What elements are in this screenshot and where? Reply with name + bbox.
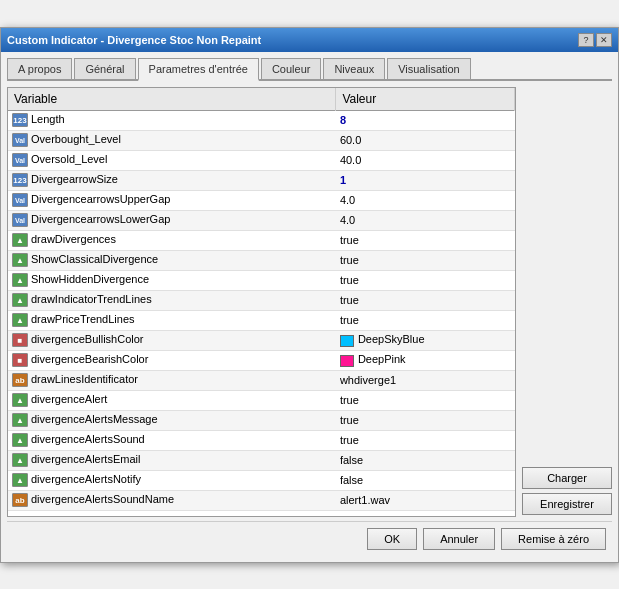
annuler-button[interactable]: Annuler — [423, 528, 495, 550]
table-row[interactable]: ■divergenceBearishColorDeepPink — [8, 350, 515, 370]
param-value-cell: true — [336, 310, 515, 330]
tab-niveaux[interactable]: Niveaux — [323, 58, 385, 79]
row-type-icon: ▲ — [12, 313, 28, 327]
param-value-cell: true — [336, 230, 515, 250]
remise-zero-button[interactable]: Remise à zéro — [501, 528, 606, 550]
row-type-icon: Val — [12, 133, 28, 147]
param-value-cell: true — [336, 270, 515, 290]
param-value-cell: 8 — [336, 110, 515, 130]
param-name-cell: ▲divergenceAlertsSound — [8, 430, 336, 450]
param-value-cell: true — [336, 250, 515, 270]
param-value-cell: 1 — [336, 170, 515, 190]
row-type-icon: ■ — [12, 333, 28, 347]
row-type-icon: Val — [12, 213, 28, 227]
row-type-icon: ▲ — [12, 393, 28, 407]
table-row[interactable]: 123DivergearrowSize1 — [8, 170, 515, 190]
param-name-cell: ▲divergenceAlertsNotify — [8, 470, 336, 490]
tab-couleur[interactable]: Couleur — [261, 58, 322, 79]
param-name-cell: 123DivergearrowSize — [8, 170, 336, 190]
param-name-cell: ▲drawDivergences — [8, 230, 336, 250]
row-type-icon: ab — [12, 373, 28, 387]
table-row[interactable]: ▲ShowHiddenDivergencetrue — [8, 270, 515, 290]
row-type-icon: Val — [12, 193, 28, 207]
param-value-cell: 4.0 — [336, 210, 515, 230]
enregistrer-button[interactable]: Enregistrer — [522, 493, 612, 515]
close-button[interactable]: ✕ — [596, 33, 612, 47]
bottom-bar: OK Annuler Remise à zéro — [7, 521, 612, 556]
param-value-text: 8 — [340, 114, 346, 126]
table-row[interactable]: abdivergenceAlertsSoundNamealert1.wav — [8, 490, 515, 510]
param-name-cell: ValDivergencearrowsUpperGap — [8, 190, 336, 210]
main-panel: Variable Valeur 123Length8ValOverbought_… — [7, 87, 612, 517]
table-row[interactable]: ■divergenceBullishColorDeepSkyBlue — [8, 330, 515, 350]
param-name-cell: ▲ShowClassicalDivergence — [8, 250, 336, 270]
table-row[interactable]: ValDivergencearrowsLowerGap4.0 — [8, 210, 515, 230]
param-value-cell: DeepPink — [336, 350, 515, 370]
table-row[interactable]: ValDivergencearrowsUpperGap4.0 — [8, 190, 515, 210]
content-area: A propos Général Parametres d'entrée Cou… — [1, 52, 618, 562]
table-row[interactable]: ▲ShowClassicalDivergencetrue — [8, 250, 515, 270]
table-row[interactable]: abdrawLinesIdentificatorwhdiverge1 — [8, 370, 515, 390]
title-bar-buttons: ? ✕ — [578, 33, 612, 47]
param-value-cell: true — [336, 430, 515, 450]
table-row[interactable]: ▲drawDivergencestrue — [8, 230, 515, 250]
row-type-icon: 123 — [12, 113, 28, 127]
param-name-cell: ■divergenceBullishColor — [8, 330, 336, 350]
param-value-cell: true — [336, 410, 515, 430]
param-value-cell: 60.0 — [336, 130, 515, 150]
tab-apropos[interactable]: A propos — [7, 58, 72, 79]
param-name-cell: ▲ShowHiddenDivergence — [8, 270, 336, 290]
table-row[interactable]: ValOverbought_Level60.0 — [8, 130, 515, 150]
parameters-table: Variable Valeur 123Length8ValOverbought_… — [8, 88, 515, 511]
param-value-cell: false — [336, 450, 515, 470]
table-row[interactable]: ▲divergenceAlerttrue — [8, 390, 515, 410]
param-value-cell: false — [336, 470, 515, 490]
table-row[interactable]: ValOversold_Level40.0 — [8, 150, 515, 170]
row-type-icon: Val — [12, 153, 28, 167]
help-button[interactable]: ? — [578, 33, 594, 47]
row-type-icon: ▲ — [12, 413, 28, 427]
param-value-cell: DeepSkyBlue — [336, 330, 515, 350]
tab-parametres[interactable]: Parametres d'entrée — [138, 58, 259, 81]
table-row[interactable]: 123Length8 — [8, 110, 515, 130]
main-window: Custom Indicator - Divergence Stoc Non R… — [0, 27, 619, 563]
param-name-cell: ■divergenceBearishColor — [8, 350, 336, 370]
param-value-cell: whdiverge1 — [336, 370, 515, 390]
window-title: Custom Indicator - Divergence Stoc Non R… — [7, 34, 261, 46]
table-row[interactable]: ▲drawPriceTrendLinestrue — [8, 310, 515, 330]
param-name-cell: ValOverbought_Level — [8, 130, 336, 150]
row-type-icon: ▲ — [12, 473, 28, 487]
param-name-cell: ▲drawPriceTrendLines — [8, 310, 336, 330]
color-swatch — [340, 335, 354, 347]
param-name-cell: ValOversold_Level — [8, 150, 336, 170]
table-header-row: Variable Valeur — [8, 88, 515, 111]
tab-visualisation[interactable]: Visualisation — [387, 58, 471, 79]
row-type-icon: ▲ — [12, 293, 28, 307]
ok-button[interactable]: OK — [367, 528, 417, 550]
table-row[interactable]: ▲divergenceAlertsSoundtrue — [8, 430, 515, 450]
param-name-cell: ▲divergenceAlertsMessage — [8, 410, 336, 430]
param-name-cell: ▲drawIndicatorTrendLines — [8, 290, 336, 310]
row-type-icon: ab — [12, 493, 28, 507]
table-row[interactable]: ▲drawIndicatorTrendLinestrue — [8, 290, 515, 310]
row-type-icon: ▲ — [12, 253, 28, 267]
tab-bar: A propos Général Parametres d'entrée Cou… — [7, 58, 612, 81]
row-type-icon: ▲ — [12, 233, 28, 247]
col-valeur: Valeur — [336, 88, 515, 111]
param-value-cell: true — [336, 290, 515, 310]
param-name-cell: ▲divergenceAlert — [8, 390, 336, 410]
param-name-cell: ▲divergenceAlertsEmail — [8, 450, 336, 470]
param-name-cell: abdrawLinesIdentificator — [8, 370, 336, 390]
param-name-cell: abdivergenceAlertsSoundName — [8, 490, 336, 510]
row-type-icon: ▲ — [12, 433, 28, 447]
table-row[interactable]: ▲divergenceAlertsMessagetrue — [8, 410, 515, 430]
row-type-icon: ▲ — [12, 273, 28, 287]
tab-general[interactable]: Général — [74, 58, 135, 79]
charger-button[interactable]: Charger — [522, 467, 612, 489]
table-row[interactable]: ▲divergenceAlertsNotifyfalse — [8, 470, 515, 490]
param-name-cell: 123Length — [8, 110, 336, 130]
param-value-cell: alert1.wav — [336, 490, 515, 510]
table-row[interactable]: ▲divergenceAlertsEmailfalse — [8, 450, 515, 470]
param-value-cell: true — [336, 390, 515, 410]
row-type-icon: ■ — [12, 353, 28, 367]
